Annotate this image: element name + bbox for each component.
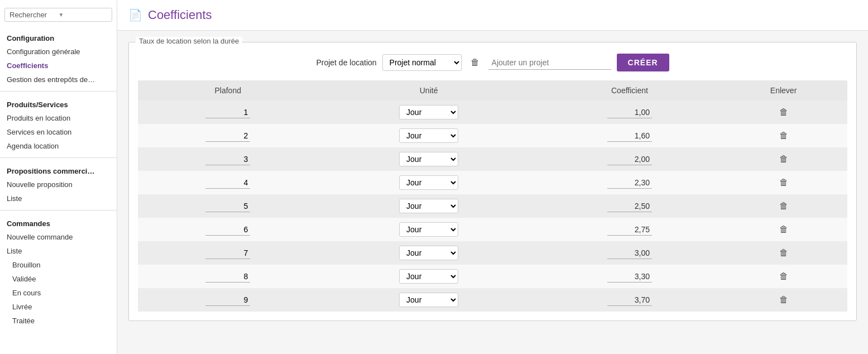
search-dropdown-icon: ▼ bbox=[59, 12, 108, 18]
plafond-input[interactable] bbox=[205, 154, 250, 165]
sidebar-item-commandes-liste[interactable]: Liste bbox=[0, 244, 117, 258]
cell-enlever: 🗑 bbox=[720, 171, 847, 194]
cell-unite: JourSemaineMois bbox=[318, 124, 539, 147]
cell-enlever: 🗑 bbox=[720, 288, 847, 312]
unite-select[interactable]: JourSemaineMois bbox=[399, 152, 458, 166]
cell-coefficient: 3,70 bbox=[540, 288, 720, 312]
add-project-input[interactable] bbox=[488, 56, 611, 70]
plafond-input[interactable] bbox=[205, 177, 250, 189]
cell-unite: JourSemaineMois bbox=[318, 194, 539, 218]
section-configuration: Configuration bbox=[0, 30, 117, 45]
unite-select[interactable]: JourSemaineMois bbox=[399, 222, 458, 237]
sidebar-item-config-generale[interactable]: Configuration générale bbox=[0, 45, 117, 59]
plafond-input[interactable] bbox=[205, 130, 250, 142]
sidebar-item-coefficients[interactable]: Coefficients bbox=[0, 59, 117, 73]
cell-enlever: 🗑 bbox=[720, 218, 847, 241]
unite-select[interactable]: JourSemaineMois bbox=[399, 175, 458, 190]
sidebar-item-nouvelle-commande[interactable]: Nouvelle commande bbox=[0, 230, 117, 244]
sidebar-item-en-cours[interactable]: En cours bbox=[0, 286, 117, 300]
table-row: JourSemaineMois2,30🗑 bbox=[138, 171, 847, 194]
remove-row-button[interactable]: 🗑 bbox=[779, 154, 788, 164]
table-row: JourSemaineMois3,70🗑 bbox=[138, 288, 847, 312]
sidebar-item-gestion-entrepots[interactable]: Gestion des entrepôts de… bbox=[0, 73, 117, 87]
table-row: JourSemaineMois1,60🗑 bbox=[138, 124, 847, 147]
cell-enlever: 🗑 bbox=[720, 147, 847, 171]
sidebar-item-traitee[interactable]: Traitée bbox=[0, 314, 117, 328]
cell-plafond bbox=[138, 171, 318, 194]
remove-row-button[interactable]: 🗑 bbox=[779, 224, 788, 235]
section-commandes: Commandes bbox=[0, 215, 117, 230]
table-header-row: Plafond Unité Coefficient Enlever bbox=[138, 80, 847, 101]
fieldset-legend: Taux de location selon la durée bbox=[136, 37, 242, 45]
cell-plafond bbox=[138, 147, 318, 171]
plafond-input[interactable] bbox=[205, 224, 250, 236]
col-unite: Unité bbox=[318, 80, 539, 101]
cell-enlever: 🗑 bbox=[720, 124, 847, 147]
cell-unite: JourSemaineMois bbox=[318, 288, 539, 312]
cell-coefficient: 1,00 bbox=[540, 101, 720, 124]
coefficient-value: 2,50 bbox=[607, 200, 652, 212]
coefficients-fieldset: Taux de location selon la durée Projet d… bbox=[128, 42, 857, 321]
cell-enlever: 🗑 bbox=[720, 101, 847, 124]
cell-coefficient: 2,30 bbox=[540, 171, 720, 194]
cell-unite: JourSemaineMois bbox=[318, 265, 539, 288]
col-enlever: Enlever bbox=[720, 80, 847, 101]
cell-coefficient: 2,75 bbox=[540, 218, 720, 241]
unite-select[interactable]: JourSemaineMois bbox=[399, 293, 458, 307]
coefficient-value: 2,30 bbox=[607, 177, 652, 189]
col-coefficient: Coefficient bbox=[540, 80, 720, 101]
sidebar-item-agenda-location[interactable]: Agenda location bbox=[0, 139, 117, 153]
cell-coefficient: 3,00 bbox=[540, 241, 720, 265]
cell-enlever: 🗑 bbox=[720, 241, 847, 265]
coefficients-table: Plafond Unité Coefficient Enlever JourSe… bbox=[138, 80, 847, 312]
delete-project-button[interactable]: 🗑 bbox=[467, 56, 483, 69]
search-label: Rechercher bbox=[9, 11, 59, 19]
unite-select[interactable]: JourSemaineMois bbox=[399, 128, 458, 143]
project-select[interactable]: Projet normal bbox=[382, 54, 462, 71]
remove-row-button[interactable]: 🗑 bbox=[779, 248, 788, 258]
sidebar-item-validee[interactable]: Validée bbox=[0, 272, 117, 286]
sidebar-item-propositions-liste[interactable]: Liste bbox=[0, 192, 117, 205]
remove-row-button[interactable]: 🗑 bbox=[779, 107, 788, 117]
divider-3 bbox=[0, 210, 117, 211]
table-row: JourSemaineMois1,00🗑 bbox=[138, 101, 847, 124]
sidebar-item-services-location[interactable]: Services en location bbox=[0, 125, 117, 139]
unite-select[interactable]: JourSemaineMois bbox=[399, 105, 458, 119]
coefficient-value: 1,60 bbox=[607, 130, 652, 142]
remove-row-button[interactable]: 🗑 bbox=[779, 131, 788, 141]
sidebar-item-produits-location[interactable]: Produits en location bbox=[0, 111, 117, 125]
cell-unite: JourSemaineMois bbox=[318, 147, 539, 171]
remove-row-button[interactable]: 🗑 bbox=[779, 295, 788, 305]
unite-select[interactable]: JourSemaineMois bbox=[399, 246, 458, 260]
search-bar[interactable]: Rechercher ▼ bbox=[4, 8, 112, 22]
cell-unite: JourSemaineMois bbox=[318, 218, 539, 241]
sidebar-item-brouillon[interactable]: Brouillon bbox=[0, 258, 117, 272]
remove-row-button[interactable]: 🗑 bbox=[779, 178, 788, 188]
remove-row-button[interactable]: 🗑 bbox=[779, 201, 788, 211]
cell-coefficient: 2,50 bbox=[540, 194, 720, 218]
coefficient-value: 3,00 bbox=[607, 247, 652, 259]
plafond-input[interactable] bbox=[205, 271, 250, 283]
sidebar-item-nouvelle-proposition[interactable]: Nouvelle proposition bbox=[0, 178, 117, 192]
cell-unite: JourSemaineMois bbox=[318, 171, 539, 194]
plafond-input[interactable] bbox=[205, 200, 250, 212]
coefficient-value: 3,30 bbox=[607, 271, 652, 283]
coefficient-value: 2,00 bbox=[607, 154, 652, 165]
sidebar-item-livree[interactable]: Livrée bbox=[0, 300, 117, 314]
toolbar-row: Projet de location Projet normal 🗑 CRÉER bbox=[138, 54, 847, 71]
plafond-input[interactable] bbox=[205, 107, 250, 118]
plafond-input[interactable] bbox=[205, 294, 250, 306]
page-title: Coefficients bbox=[148, 8, 212, 22]
unite-select[interactable]: JourSemaineMois bbox=[399, 199, 458, 213]
main-content: 📄 Coefficients Taux de location selon la… bbox=[117, 0, 868, 354]
cell-coefficient: 3,30 bbox=[540, 265, 720, 288]
create-button[interactable]: CRÉER bbox=[617, 54, 669, 71]
page-icon: 📄 bbox=[128, 8, 142, 22]
section-propositions: Propositions commerci… bbox=[0, 162, 117, 178]
sidebar: Rechercher ▼ Configuration Configuration… bbox=[0, 0, 117, 354]
remove-row-button[interactable]: 🗑 bbox=[779, 271, 788, 281]
plafond-input[interactable] bbox=[205, 247, 250, 259]
unite-select[interactable]: JourSemaineMois bbox=[399, 269, 458, 284]
section-produits: Produits/Services bbox=[0, 96, 117, 111]
divider-1 bbox=[0, 91, 117, 92]
